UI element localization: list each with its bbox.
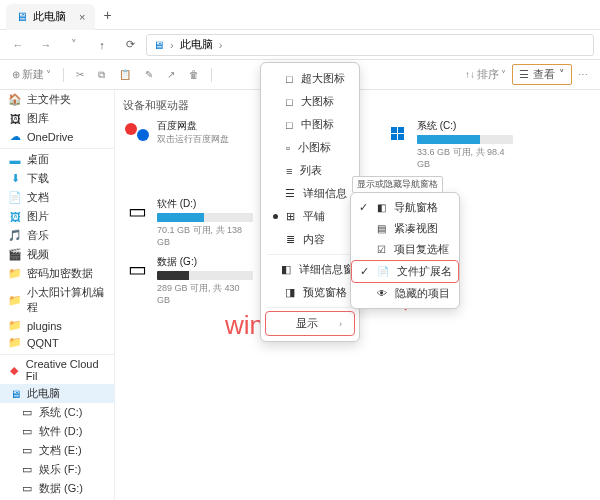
desktop-icon: ▬ bbox=[8, 154, 22, 166]
menu-item-hidden[interactable]: 👁 隐藏的项目 bbox=[351, 283, 459, 304]
drive-icon: ▭ bbox=[123, 197, 151, 225]
address-bar: ← → ˅ ↑ ⟳ 🖥 › 此电脑 › bbox=[0, 30, 600, 60]
sidebar-item-videos[interactable]: 🎬视频 bbox=[0, 245, 114, 264]
menu-item-preview[interactable]: ◨ 预览窗格 bbox=[261, 281, 359, 304]
drive-soft[interactable]: ▭ 软件 (D:) 70.1 GB 可用, 共 138 GB bbox=[123, 197, 253, 247]
share-icon: ↗ bbox=[163, 67, 179, 82]
menu-item-ext[interactable]: ✓📄 文件扩展名 bbox=[351, 260, 459, 283]
sidebar-item-desktop[interactable]: ▬桌面 bbox=[0, 148, 114, 169]
sidebar-item-home[interactable]: 🏠主文件夹 bbox=[0, 90, 114, 109]
chevron-right-icon: › bbox=[219, 39, 223, 51]
close-icon[interactable]: × bbox=[79, 11, 85, 23]
new-button[interactable]: ⊕ 新建 ˅ bbox=[8, 65, 55, 84]
sidebar-item-gallery[interactable]: 🖼图库 bbox=[0, 109, 114, 128]
baidu-icon bbox=[123, 119, 151, 147]
drive-sys[interactable]: 系统 (C:) 33.6 GB 可用, 共 98.4 GB bbox=[383, 119, 513, 169]
sidebar-item-downloads[interactable]: ⬇下载 bbox=[0, 169, 114, 188]
menu-item-xl[interactable]: □ 超大图标 bbox=[261, 67, 359, 90]
tab-title: 此电脑 bbox=[33, 9, 66, 24]
refresh-button[interactable]: ⟳ bbox=[118, 33, 142, 57]
folder-icon: 📁 bbox=[8, 267, 22, 280]
sidebar-item-soft[interactable]: ▭软件 (D:) bbox=[0, 422, 114, 441]
sidebar-item-sun[interactable]: 📁小太阳计算机编程 bbox=[0, 283, 114, 317]
tab-thispc[interactable]: 🖥 此电脑 × bbox=[6, 4, 95, 30]
sidebar: 🏠主文件夹 🖼图库 ☁OneDrive ▬桌面 ⬇下载 📄文档 🖼图片 🎵音乐 … bbox=[0, 90, 115, 500]
menu-item-compact[interactable]: ▤ 紧凑视图 bbox=[351, 218, 459, 239]
menu-item-list[interactable]: ≡ 列表 bbox=[261, 159, 359, 182]
sidebar-item-sys[interactable]: ▭系统 (C:) bbox=[0, 403, 114, 422]
creative-icon: ◆ bbox=[8, 364, 21, 377]
sidebar-item-documents[interactable]: 📄文档 bbox=[0, 188, 114, 207]
sidebar-item-creative[interactable]: ◆Creative Cloud Fil bbox=[0, 354, 114, 384]
sidebar-item-pictures[interactable]: 🖼图片 bbox=[0, 207, 114, 226]
gallery-icon: 🖼 bbox=[8, 113, 22, 125]
forward-button[interactable]: → bbox=[34, 33, 58, 57]
paste-icon: 📋 bbox=[115, 67, 135, 82]
breadcrumb[interactable]: 🖥 › 此电脑 › bbox=[146, 34, 594, 56]
chevron-right-icon: › bbox=[170, 39, 174, 51]
folder-icon: 📁 bbox=[8, 336, 22, 349]
menu-item-s[interactable]: ▫ 小图标 bbox=[261, 136, 359, 159]
sidebar-item-docs2[interactable]: ▭文档 (E:) bbox=[0, 441, 114, 460]
titlebar: 🖥 此电脑 × + bbox=[0, 0, 600, 30]
new-tab-button[interactable]: + bbox=[103, 7, 111, 23]
music-icon: 🎵 bbox=[8, 229, 22, 242]
cloud-icon: ☁ bbox=[8, 130, 22, 143]
chevron-down-icon[interactable]: ˅ bbox=[62, 33, 86, 57]
menu-item-detailpane[interactable]: ◧ 详细信息窗格 bbox=[261, 258, 359, 281]
drive-icon: ▭ bbox=[20, 406, 34, 419]
more-button[interactable]: ⋯ bbox=[574, 67, 592, 82]
back-button[interactable]: ← bbox=[6, 33, 30, 57]
drive-icon: ▭ bbox=[123, 255, 151, 283]
menu-item-m[interactable]: □ 中图标 bbox=[261, 113, 359, 136]
pc-icon: 🖥 bbox=[16, 10, 28, 24]
sidebar-item-pw[interactable]: 📁密码加密数据 bbox=[0, 264, 114, 283]
view-button[interactable]: ☰ 查看 ˅ bbox=[512, 64, 572, 85]
sidebar-item-onedrive[interactable]: ☁OneDrive bbox=[0, 128, 114, 145]
rename-icon: ✎ bbox=[141, 67, 157, 82]
drive-icon: ▭ bbox=[20, 463, 34, 476]
view-menu: □ 超大图标 □ 大图标 □ 中图标 ▫ 小图标 ≡ 列表 ☰ 详细信息 ⊞ 平… bbox=[260, 62, 360, 342]
drive-data[interactable]: ▭ 数据 (G:) 289 GB 可用, 共 430 GB bbox=[123, 255, 253, 305]
download-icon: ⬇ bbox=[8, 172, 22, 185]
sort-button[interactable]: ↑↓ 排序 ˅ bbox=[461, 65, 510, 84]
sidebar-item-ent[interactable]: ▭娱乐 (F:) bbox=[0, 460, 114, 479]
windows-icon bbox=[383, 119, 411, 147]
folder-icon: 📁 bbox=[8, 294, 22, 307]
drive-baidu[interactable]: 百度网盘 双击运行百度网盘 bbox=[123, 119, 253, 169]
menu-item-show[interactable]: 显示› bbox=[265, 311, 355, 336]
drive-icon: ▭ bbox=[20, 444, 34, 457]
home-icon: 🏠 bbox=[8, 93, 22, 106]
up-button[interactable]: ↑ bbox=[90, 33, 114, 57]
tooltip: 显示或隐藏导航窗格 bbox=[352, 176, 443, 193]
drive-icon: ▭ bbox=[20, 482, 34, 495]
breadcrumb-label: 此电脑 bbox=[180, 37, 213, 52]
menu-item-content[interactable]: ≣ 内容 bbox=[261, 228, 359, 251]
picture-icon: 🖼 bbox=[8, 211, 22, 223]
pc-icon: 🖥 bbox=[8, 388, 22, 400]
folder-icon: 📁 bbox=[8, 319, 22, 332]
menu-item-tile[interactable]: ⊞ 平铺 bbox=[261, 205, 359, 228]
drive-icon: ▭ bbox=[20, 425, 34, 438]
sidebar-item-thispc[interactable]: 🖥此电脑 bbox=[0, 384, 114, 403]
delete-icon: 🗑 bbox=[185, 67, 203, 82]
document-icon: 📄 bbox=[8, 191, 22, 204]
video-icon: 🎬 bbox=[8, 248, 22, 261]
menu-item-l[interactable]: □ 大图标 bbox=[261, 90, 359, 113]
sidebar-item-music[interactable]: 🎵音乐 bbox=[0, 226, 114, 245]
pc-icon: 🖥 bbox=[153, 39, 164, 51]
menu-item-nav[interactable]: ✓◧ 导航窗格 bbox=[351, 197, 459, 218]
sidebar-item-qqnt[interactable]: 📁QQNT bbox=[0, 334, 114, 351]
menu-item-detail[interactable]: ☰ 详细信息 bbox=[261, 182, 359, 205]
sidebar-item-data[interactable]: ▭数据 (G:) bbox=[0, 479, 114, 498]
cut-icon: ✂ bbox=[72, 67, 88, 82]
menu-item-checkboxes[interactable]: ☑ 项目复选框 bbox=[351, 239, 459, 260]
sidebar-item-plugins[interactable]: 📁plugins bbox=[0, 317, 114, 334]
copy-icon: ⧉ bbox=[94, 67, 109, 83]
show-submenu: ✓◧ 导航窗格 ▤ 紧凑视图 ☑ 项目复选框 ✓📄 文件扩展名 👁 隐藏的项目 bbox=[350, 192, 460, 309]
